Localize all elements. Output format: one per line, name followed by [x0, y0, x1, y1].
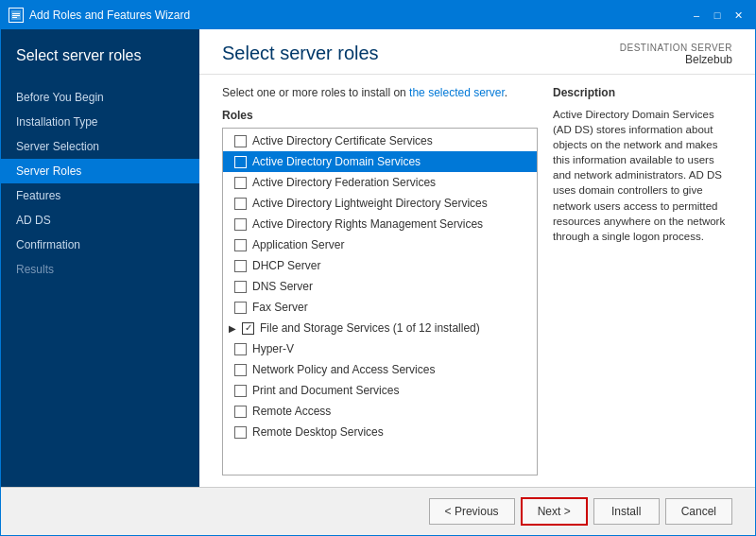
role-label-file-storage: File and Storage Services (1 of 12 insta… — [260, 321, 480, 335]
checkbox-dns[interactable] — [234, 281, 247, 293]
sidebar-nav: Before You Begin Installation Type Serve… — [1, 78, 199, 282]
restore-button[interactable]: □ — [708, 7, 727, 24]
role-item-dhcp[interactable]: DHCP Server — [223, 255, 537, 276]
role-label-ad-light: Active Directory Lightweight Directory S… — [252, 197, 488, 210]
role-item-file-storage[interactable]: ▶ File and Storage Services (1 of 12 ins… — [223, 318, 537, 338]
role-label-ad-cert: Active Directory Certificate Services — [252, 134, 433, 147]
checkbox-ad-cert[interactable] — [234, 135, 247, 147]
install-button[interactable]: Install — [593, 498, 660, 525]
checkbox-file-storage[interactable] — [242, 322, 254, 335]
role-item-app-server[interactable]: Application Server — [223, 234, 537, 255]
checkbox-print-doc[interactable] — [234, 385, 247, 397]
role-label-remote-desktop: Remote Desktop Services — [252, 425, 384, 439]
instruction-text: Select one or more roles to install on t… — [222, 86, 538, 99]
cancel-button[interactable]: Cancel — [665, 498, 732, 525]
sidebar-item-results: Results — [1, 257, 199, 282]
minimize-button[interactable]: – — [687, 7, 706, 24]
sidebar-item-server-roles[interactable]: Server Roles — [1, 159, 199, 183]
role-label-dhcp: DHCP Server — [252, 259, 320, 272]
role-label-dns: DNS Server — [252, 280, 313, 293]
sidebar-item-server-selection[interactable]: Server Selection — [1, 134, 199, 159]
role-item-ad-fed[interactable]: Active Directory Federation Services — [223, 172, 537, 193]
sidebar-item-installation-type[interactable]: Installation Type — [1, 110, 199, 134]
checkbox-ad-fed[interactable] — [234, 177, 247, 189]
svg-rect-4 — [12, 17, 17, 18]
sidebar-item-ad-ds[interactable]: AD DS — [1, 208, 199, 233]
role-item-remote-desktop[interactable]: Remote Desktop Services — [223, 422, 537, 442]
role-item-ad-rights[interactable]: Active Directory Rights Management Servi… — [223, 214, 537, 234]
close-button[interactable]: ✕ — [729, 7, 747, 24]
sidebar-header: Select server roles — [1, 29, 199, 78]
sidebar-item-confirmation[interactable]: Confirmation — [1, 233, 199, 257]
description-section: Description Active Directory Domain Serv… — [553, 86, 732, 475]
main-body: Select one or more roles to install on t… — [199, 75, 755, 487]
main-content: Select server roles DESTINATION SERVER B… — [199, 29, 755, 487]
previous-button[interactable]: < Previous — [429, 498, 515, 525]
role-label-ad-fed: Active Directory Federation Services — [252, 176, 436, 189]
role-label-ad-rights: Active Directory Rights Management Servi… — [252, 217, 483, 231]
role-item-fax[interactable]: Fax Server — [223, 297, 537, 318]
checkbox-hyper-v[interactable] — [234, 343, 247, 355]
sidebar-item-features[interactable]: Features — [1, 183, 199, 208]
destination-server-info: DESTINATION SERVER Belzebub — [620, 43, 732, 66]
window-title: Add Roles and Features Wizard — [29, 9, 190, 22]
next-button[interactable]: Next > — [521, 497, 588, 526]
svg-rect-2 — [12, 13, 20, 14]
main-window: Add Roles and Features Wizard – □ ✕ Sele… — [0, 0, 756, 536]
sidebar-item-before-you-begin[interactable]: Before You Begin — [1, 85, 199, 110]
role-item-dns[interactable]: DNS Server — [223, 276, 537, 297]
title-bar-left: Add Roles and Features Wizard — [9, 8, 190, 23]
footer: < Previous Next > Install Cancel — [1, 487, 755, 535]
role-label-print-doc: Print and Document Services — [252, 384, 399, 397]
checkbox-fax[interactable] — [234, 302, 247, 314]
description-text: Active Directory Domain Services (AD DS)… — [553, 107, 732, 244]
roles-list-container[interactable]: Active Directory Certificate Services Ac… — [222, 128, 538, 475]
roles-header: Roles — [222, 109, 538, 122]
roles-list: Active Directory Certificate Services Ac… — [223, 129, 537, 444]
title-bar: Add Roles and Features Wizard – □ ✕ — [1, 1, 755, 29]
wizard-icon — [9, 8, 24, 23]
checkbox-dhcp[interactable] — [234, 260, 247, 272]
checkbox-remote-desktop[interactable] — [234, 426, 247, 439]
destination-server-name: Belzebub — [620, 53, 732, 66]
sidebar-title: Select server roles — [16, 46, 184, 66]
checkbox-app-server[interactable] — [234, 239, 247, 251]
main-header: Select server roles DESTINATION SERVER B… — [199, 29, 755, 75]
checkbox-ad-rights[interactable] — [234, 218, 247, 231]
server-link[interactable]: the selected server — [409, 86, 505, 99]
role-item-ad-domain[interactable]: Active Directory Domain Services — [223, 151, 537, 172]
checkbox-ad-domain[interactable] — [234, 156, 247, 168]
content-area: Select server roles Before You Begin Ins… — [1, 29, 755, 487]
role-label-hyper-v: Hyper-V — [252, 342, 294, 355]
role-label-network-policy: Network Policy and Access Services — [252, 363, 435, 376]
sidebar: Select server roles Before You Begin Ins… — [1, 29, 199, 487]
expand-arrow-file-storage[interactable]: ▶ — [225, 320, 240, 336]
checkbox-ad-light[interactable] — [234, 198, 247, 210]
role-item-network-policy[interactable]: Network Policy and Access Services — [223, 359, 537, 380]
role-item-ad-cert[interactable]: Active Directory Certificate Services — [223, 130, 537, 151]
window-controls: – □ ✕ — [687, 7, 747, 24]
role-label-fax: Fax Server — [252, 301, 308, 314]
role-label-remote-access: Remote Access — [252, 405, 331, 418]
role-item-hyper-v[interactable]: Hyper-V — [223, 338, 537, 359]
destination-server-label: DESTINATION SERVER — [620, 43, 732, 53]
svg-rect-3 — [12, 15, 20, 16]
role-item-ad-light[interactable]: Active Directory Lightweight Directory S… — [223, 193, 537, 214]
role-item-print-doc[interactable]: Print and Document Services — [223, 380, 537, 401]
roles-section: Select one or more roles to install on t… — [222, 86, 538, 475]
page-title: Select server roles — [222, 43, 379, 64]
role-label-ad-domain: Active Directory Domain Services — [252, 155, 421, 168]
description-header: Description — [553, 86, 732, 99]
checkbox-remote-access[interactable] — [234, 406, 247, 418]
checkbox-network-policy[interactable] — [234, 364, 247, 376]
role-label-app-server: Application Server — [252, 238, 344, 251]
role-item-remote-access[interactable]: Remote Access — [223, 401, 537, 422]
